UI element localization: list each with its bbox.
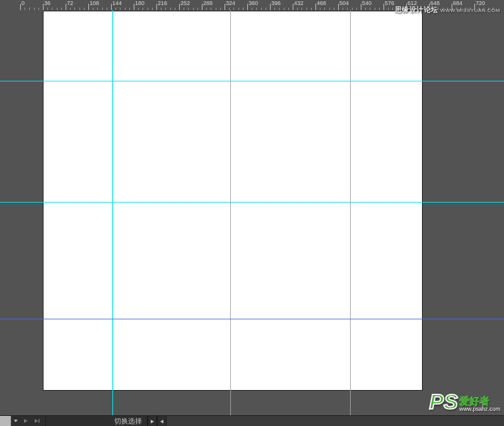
ruler-number: 72 [67, 0, 73, 6]
ruler-number: 288 [203, 0, 213, 6]
ruler-number: 216 [158, 0, 167, 6]
ruler-number: 396 [271, 0, 281, 6]
document-canvas[interactable] [43, 11, 423, 391]
play-icon[interactable] [20, 416, 32, 427]
watermark-psahz-url: www.psahz.com [459, 406, 500, 412]
svg-rect-0 [38, 419, 40, 423]
ruler-number: 432 [294, 0, 303, 6]
ruler-number: 180 [135, 0, 144, 6]
animation-controls [0, 416, 46, 426]
ruler-number: 252 [180, 0, 190, 6]
ruler-number: 108 [90, 0, 99, 6]
panel-menu-dropdown-icon[interactable] [11, 416, 20, 427]
watermark-cn: 爱好者 [459, 396, 500, 406]
toggle-select-label[interactable]: 切换选择 [109, 416, 148, 426]
watermark-psahz: PS 爱好者 www.psahz.com [430, 391, 500, 412]
watermark-url: WWW.MISSYUAN.COM [440, 8, 500, 13]
ruler-number: 576 [385, 0, 394, 6]
watermark-ps-logo: PS [430, 391, 458, 412]
watermark-title: 思缘设计论坛 [395, 6, 438, 13]
scroll-left-icon[interactable] [157, 416, 167, 426]
ruler-number: 36 [44, 0, 50, 6]
watermark-missyuan: 思缘设计论坛 WWW.MISSYUAN.COM [395, 5, 500, 15]
ruler-number: 504 [339, 0, 349, 6]
ruler-number: 540 [362, 0, 372, 6]
scroll-right-icon[interactable] [148, 416, 157, 426]
ruler-number: 360 [249, 0, 258, 6]
spacer [46, 416, 109, 426]
watermark-text-group: 爱好者 www.psahz.com [459, 396, 500, 412]
horizontal-guide[interactable] [0, 81, 504, 81]
bottom-bar: 切换选择 [0, 415, 504, 426]
horizontal-guide[interactable] [0, 202, 504, 203]
ruler-number: 144 [112, 0, 122, 6]
horizontal-scrollbar-track[interactable] [167, 416, 504, 426]
vertical-guide[interactable] [350, 10, 351, 415]
vertical-guide[interactable] [112, 10, 113, 415]
ruler-number: 0 [21, 0, 25, 6]
ruler-number: 468 [317, 0, 326, 6]
app-root: 0367210814418021625228832436039643246850… [0, 0, 504, 426]
canvas-viewport[interactable] [0, 10, 504, 415]
document-tab-strip[interactable] [0, 416, 11, 427]
skip-end-icon[interactable] [32, 416, 43, 427]
horizontal-guide-active[interactable] [0, 319, 504, 319]
ruler-number: 324 [226, 0, 235, 6]
vertical-guide[interactable] [230, 10, 231, 415]
